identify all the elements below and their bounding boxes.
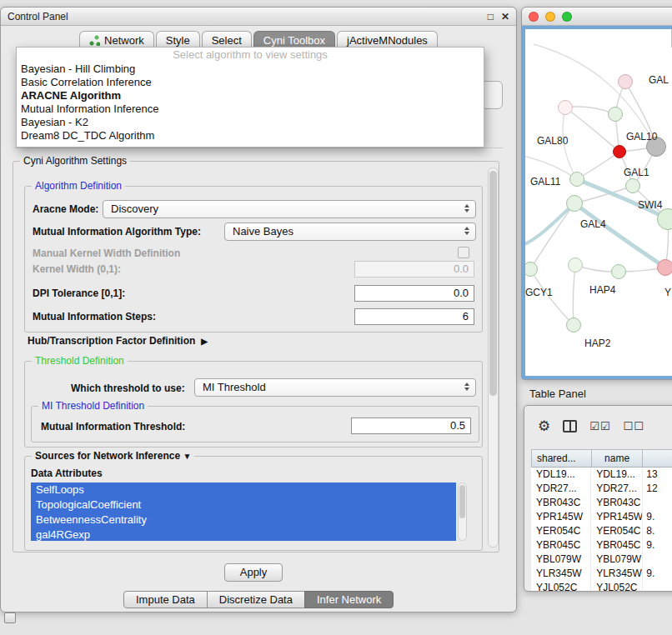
- table-row[interactable]: YBR045CYBR045C9.: [531, 538, 672, 552]
- hub-section-toggle[interactable]: Hub/Transcription Factor Definition ▶: [28, 335, 208, 347]
- control-panel-window: Control Panel □ ✕ NetworkStyleSelectCyni…: [0, 7, 517, 612]
- tab-label: Style: [166, 34, 190, 47]
- table-cell: YJL052C: [531, 581, 591, 591]
- bottom-tab-impute-data[interactable]: Impute Data: [123, 591, 208, 608]
- table-cell: YPR145W: [531, 510, 591, 524]
- table-row[interactable]: YBL079WYBL079W: [531, 552, 672, 567]
- bottom-tab-discretize-data[interactable]: Discretize Data: [207, 591, 305, 608]
- gear-icon[interactable]: ⚙: [538, 418, 550, 435]
- table-row[interactable]: YLR345WYLR345W9.: [531, 567, 672, 581]
- table-row[interactable]: YER054CYER054C8.: [531, 524, 672, 538]
- dpi-tolerance-input[interactable]: 0.0: [354, 285, 474, 302]
- table-row[interactable]: YJL052CYJL052C: [531, 581, 672, 591]
- table-row[interactable]: YBR043CYBR043C: [531, 496, 672, 510]
- columns-icon[interactable]: [563, 420, 577, 432]
- network-node[interactable]: [566, 318, 581, 332]
- table-row[interactable]: YDL19...YDL19...13: [531, 468, 672, 482]
- network-node[interactable]: [611, 264, 626, 279]
- table-cell: YBL079W: [531, 552, 591, 567]
- network-node[interactable]: [608, 107, 623, 122]
- attribute-item[interactable]: SelfLoops: [31, 482, 456, 498]
- mi-threshold-label: Mutual Information Threshold:: [41, 421, 185, 432]
- mi-threshold-input[interactable]: 0.5: [351, 418, 471, 434]
- apply-button[interactable]: Apply: [224, 563, 283, 582]
- kernel-width-label: Kernel Width (0,1):: [33, 263, 121, 275]
- algorithm-option[interactable]: Mutual Information Inference: [17, 102, 484, 116]
- scrollbar-thumb[interactable]: [459, 485, 465, 518]
- table-header: shared...name: [531, 449, 672, 468]
- table-header-cell[interactable]: [643, 450, 672, 467]
- table-cell: YDR27...: [531, 482, 591, 496]
- node-label: GAL1: [624, 167, 649, 178]
- table-cell: YER054C: [591, 524, 643, 538]
- table-cell: YJL052C: [591, 581, 643, 591]
- mi-type-select[interactable]: Naive Bayes: [224, 222, 476, 241]
- which-threshold-select[interactable]: MI Threshold: [194, 378, 476, 397]
- close-traffic-button[interactable]: [529, 12, 539, 22]
- sources-title: Sources for Network Inference: [35, 450, 180, 462]
- sources-section-toggle[interactable]: Sources for Network Inference ▼: [32, 450, 194, 462]
- combo-arrows-icon: [464, 204, 469, 212]
- attribute-list-scrollbar[interactable]: [458, 482, 467, 541]
- bottom-tab-infer-network[interactable]: Infer Network: [304, 591, 394, 608]
- settings-scrollbar[interactable]: [488, 168, 499, 548]
- table-cell: YDR27...: [591, 482, 643, 496]
- close-icon[interactable]: ✕: [501, 11, 509, 22]
- node-label: GAL10: [626, 131, 657, 142]
- table-body: YDL19...YDL19...13YDR27...YDR27...12YBR0…: [531, 468, 672, 591]
- tab-label: jActiveMNodules: [347, 34, 428, 47]
- algorithm-option[interactable]: Basic Correlation Inference: [17, 76, 484, 89]
- network-window-titlebar[interactable]: [522, 8, 672, 26]
- table-cell: YBR043C: [531, 496, 591, 510]
- select-all-icon[interactable]: ☑☑: [589, 420, 610, 432]
- network-node[interactable]: [523, 262, 538, 277]
- node-label: GCY1: [525, 287, 553, 298]
- algorithm-option[interactable]: Bayesian - Hill Climbing: [17, 62, 484, 76]
- node-label: GAL11: [530, 176, 560, 188]
- algorithm-option[interactable]: ARACNE Algorithm: [17, 89, 484, 102]
- table-cell: YBR045C: [591, 538, 643, 552]
- node-label: GAL4: [580, 218, 606, 230]
- zoom-traffic-button[interactable]: [562, 12, 572, 22]
- expanded-arrow-icon: ▼: [183, 452, 191, 461]
- kernel-width-input[interactable]: 0.0: [354, 261, 474, 278]
- attribute-item[interactable]: gal4RGexp: [31, 528, 456, 541]
- attribute-item[interactable]: TopologicalCoefficient: [31, 498, 456, 512]
- network-node[interactable]: [566, 195, 583, 212]
- node-label: GAL: [649, 74, 669, 86]
- minimized-panel-icon[interactable]: [4, 612, 16, 623]
- restore-icon[interactable]: □: [488, 11, 494, 22]
- table-panel-window: ⚙ ☑☑ ☐☐ shared...name YDL19...YDL19...13…: [524, 405, 672, 592]
- aracne-mode-select[interactable]: Discovery: [103, 200, 476, 218]
- table-row[interactable]: YPR145WYPR145W9.: [531, 510, 672, 524]
- network-node[interactable]: [568, 258, 583, 272]
- network-node[interactable]: [558, 100, 573, 115]
- which-threshold-value: MI Threshold: [203, 381, 266, 393]
- attribute-item[interactable]: BetweennessCentrality: [31, 512, 456, 528]
- groupbox-edge: [14, 148, 503, 148]
- combo-arrows-icon: [464, 227, 469, 235]
- table-header-cell[interactable]: name: [592, 450, 643, 467]
- network-node[interactable]: [657, 259, 672, 276]
- table-row[interactable]: YDR27...YDR27...12: [531, 482, 672, 496]
- scrollbar-thumb[interactable]: [489, 171, 497, 396]
- mi-steps-input[interactable]: 6: [354, 308, 474, 325]
- table-panel-title: Table Panel: [529, 388, 586, 400]
- manual-kernel-checkbox[interactable]: [458, 247, 469, 258]
- algorithm-option[interactable]: Bayesian - K2: [17, 116, 484, 129]
- node-label: HAP4: [589, 284, 615, 296]
- table-header-cell[interactable]: shared...: [532, 450, 592, 467]
- settings-group-title: Cyni Algorithm Settings: [20, 155, 130, 167]
- minimize-traffic-button[interactable]: [545, 12, 555, 22]
- network-node[interactable]: [618, 74, 633, 89]
- node-label: Y: [664, 287, 671, 298]
- control-panel-titlebar[interactable]: Control Panel □ ✕: [1, 8, 516, 26]
- network-node[interactable]: [613, 145, 626, 158]
- network-node[interactable]: [625, 178, 640, 193]
- deselect-all-icon[interactable]: ☐☐: [624, 420, 644, 432]
- algorithm-option[interactable]: Dream8 DC_TDC Algorithm: [17, 129, 484, 142]
- network-view-window: GALGAL80GAL10GAL11GAL1SWI4GAL4GCY1HAP4HA…: [521, 7, 672, 380]
- network-node[interactable]: [569, 172, 584, 187]
- network-canvas[interactable]: GALGAL80GAL10GAL11GAL1SWI4GAL4GCY1HAP4HA…: [522, 26, 672, 379]
- desktop: Control Panel □ ✕ NetworkStyleSelectCyni…: [0, 0, 672, 635]
